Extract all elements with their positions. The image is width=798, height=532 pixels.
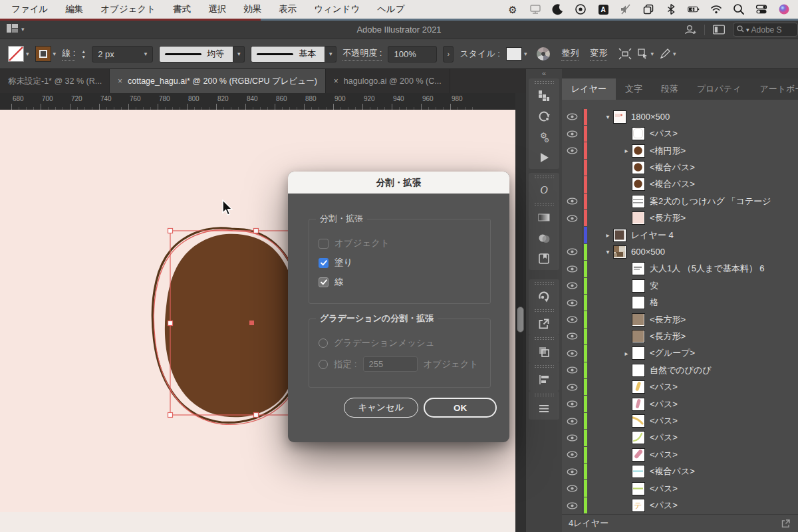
stage-manager-icon[interactable]	[642, 3, 654, 15]
layer-thumbnail[interactable]	[632, 313, 645, 327]
visibility-toggle[interactable]	[562, 328, 582, 344]
layer-label[interactable]: レイヤー 4	[631, 229, 674, 241]
isolate-mode-control[interactable]: ▾	[660, 49, 676, 59]
mute-icon[interactable]	[620, 3, 632, 15]
menu-item-3[interactable]: 書式	[164, 0, 200, 19]
layer-label[interactable]: 600×500	[631, 247, 665, 257]
select-similar-control[interactable]: ▾	[638, 49, 654, 59]
visibility-toggle[interactable]	[562, 497, 582, 513]
css-properties-icon[interactable]	[529, 85, 559, 106]
visibility-toggle[interactable]	[562, 362, 582, 378]
rotate-view-icon[interactable]	[529, 106, 559, 126]
layer-label[interactable]: <パス>	[650, 432, 678, 444]
expand-chevron-icon[interactable]: ▸	[602, 231, 613, 239]
actions-icon[interactable]: ⚙⚙	[529, 126, 559, 147]
export-icon[interactable]	[529, 313, 559, 334]
layer-label[interactable]: <長方形>	[650, 331, 686, 342]
expand-chevron-icon[interactable]: ▾	[602, 113, 613, 120]
drag-handle-icon[interactable]	[534, 393, 554, 396]
panel-tab-1[interactable]: 文字	[616, 78, 652, 100]
layer-thumbnail[interactable]	[632, 127, 645, 140]
menu-item-8[interactable]: ヘルプ	[368, 0, 413, 19]
visibility-toggle[interactable]	[562, 227, 582, 243]
drag-handle-icon[interactable]	[534, 336, 554, 340]
layer-label[interactable]: <パス>	[650, 128, 678, 140]
siri-icon[interactable]	[778, 3, 790, 15]
visibility-toggle[interactable]	[562, 243, 582, 260]
spotlight-icon[interactable]	[733, 3, 745, 15]
layer-label[interactable]: <グループ>	[650, 347, 695, 359]
visibility-toggle[interactable]	[562, 159, 582, 176]
layer-label[interactable]: <長方形>	[650, 212, 686, 224]
layer-label[interactable]: <楕円形>	[650, 145, 686, 157]
layer-row-12[interactable]: <長方形>	[562, 311, 798, 328]
moon-icon[interactable]	[552, 3, 564, 15]
play-icon[interactable]	[529, 147, 559, 168]
menu-item-4[interactable]: 選択	[200, 0, 235, 19]
opentype-icon[interactable]: O	[529, 180, 559, 200]
drag-handle-icon[interactable]	[534, 281, 554, 285]
layer-thumbnail[interactable]	[632, 262, 645, 275]
scrollbar-thumb[interactable]	[517, 307, 524, 332]
opacity-value-field[interactable]: 100%	[388, 46, 437, 63]
layer-label[interactable]: 格	[650, 297, 658, 309]
layer-row-19[interactable]: <パス>	[562, 430, 798, 446]
visibility-toggle[interactable]	[562, 446, 582, 463]
ok-button[interactable]: OK	[424, 398, 497, 418]
layer-thumbnail[interactable]	[632, 398, 645, 411]
input-a-icon[interactable]: A	[597, 3, 609, 15]
pathfinder-icon[interactable]	[529, 341, 559, 362]
stroke-width-select[interactable]: 2 px▾	[92, 46, 153, 63]
visibility-toggle[interactable]	[562, 294, 582, 311]
gradient-icon[interactable]	[529, 207, 559, 227]
search-input[interactable]: ▾ Adobe S	[733, 23, 798, 37]
brush-definition-control[interactable]: 基本 ▾	[251, 46, 336, 63]
record-icon[interactable]	[575, 3, 587, 15]
panel-tab-0[interactable]: レイヤー	[562, 78, 616, 100]
visibility-toggle[interactable]	[562, 193, 582, 209]
bluetooth-icon[interactable]	[665, 3, 677, 15]
checkbox-icon[interactable]	[319, 277, 329, 287]
stroke-width-stepper[interactable]: ▲▼	[81, 49, 86, 59]
layer-row-14[interactable]: ▸<グループ>	[562, 345, 798, 362]
menu-item-2[interactable]: オブジェクト	[92, 0, 164, 19]
visibility-toggle[interactable]	[562, 345, 582, 362]
layer-label[interactable]: 案2犬のしつけハグ 「コテージ	[650, 196, 771, 207]
menu-item-7[interactable]: ウィンドウ	[305, 0, 368, 19]
layer-thumbnail[interactable]	[632, 330, 645, 343]
document-tab-0[interactable]: 称未設定-1* @ 32 % (R...	[0, 69, 110, 93]
layer-label[interactable]: <パス>	[650, 499, 678, 511]
visibility-toggle[interactable]	[562, 430, 582, 446]
layer-label[interactable]: <パス>	[650, 483, 678, 495]
layer-row-20[interactable]: <パス>	[562, 446, 798, 463]
layer-thumbnail[interactable]	[632, 414, 645, 428]
layer-thumbnail[interactable]	[632, 144, 645, 158]
align-icon[interactable]	[529, 369, 559, 390]
layer-row-5[interactable]: 案2犬のしつけハグ 「コテージ	[562, 193, 798, 209]
visibility-toggle[interactable]	[562, 261, 582, 277]
document-tab-1[interactable]: ×cottage_hagu.ai* @ 200 % (RGB/CPU プレビュー…	[110, 69, 326, 93]
layer-label[interactable]: <パス>	[650, 381, 678, 393]
drag-handle-icon[interactable]	[534, 309, 554, 312]
layer-label[interactable]: <複合パス>	[650, 162, 695, 174]
layer-thumbnail[interactable]	[632, 296, 645, 309]
layer-thumbnail[interactable]	[632, 279, 645, 293]
layer-thumbnail[interactable]	[632, 448, 645, 462]
stroke-label[interactable]: 線 :	[62, 47, 75, 61]
layer-row-21[interactable]: <複合パス>	[562, 464, 798, 480]
menu-item-1[interactable]: 編集	[57, 0, 92, 19]
close-tab-icon[interactable]: ×	[334, 76, 338, 86]
layer-row-1[interactable]: <パス>	[562, 125, 798, 142]
panel-tab-4[interactable]: アートボード	[750, 78, 798, 100]
visibility-toggle[interactable]	[562, 379, 582, 396]
layer-row-18[interactable]: <パス>	[562, 412, 798, 429]
layer-label[interactable]: <パス>	[650, 398, 678, 410]
fill-color-control[interactable]: ▾	[8, 46, 29, 62]
display-icon[interactable]	[529, 3, 541, 15]
layer-row-15[interactable]: 自然でのびのび	[562, 362, 798, 378]
layer-row-11[interactable]: 格	[562, 294, 798, 311]
opacity-label[interactable]: 不透明度 :	[342, 47, 382, 61]
transform-link[interactable]: 変形	[590, 47, 607, 61]
visibility-toggle[interactable]	[562, 277, 582, 294]
stroke-color-control[interactable]: ▾	[35, 46, 57, 62]
